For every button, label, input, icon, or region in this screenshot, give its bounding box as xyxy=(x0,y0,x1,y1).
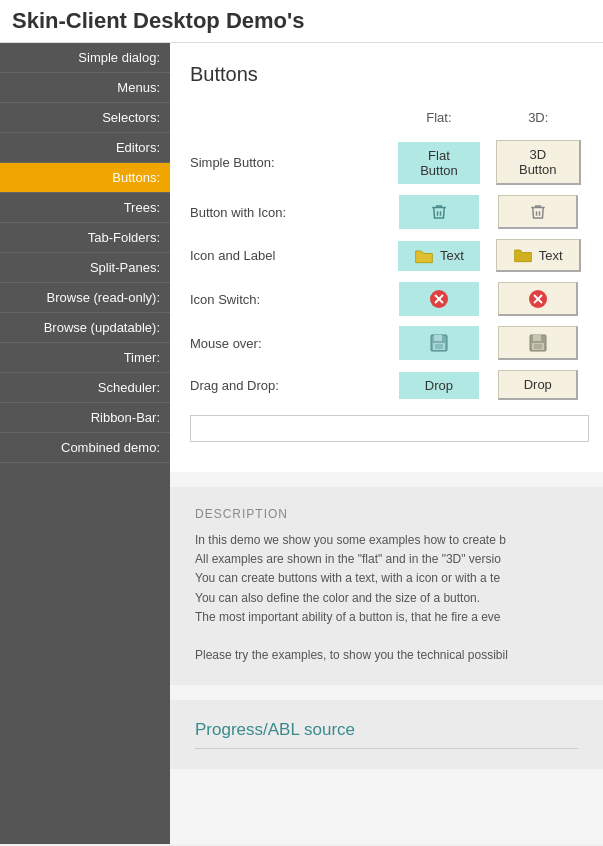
folder-icon-3d xyxy=(513,246,533,264)
sidebar-item-label: Selectors: xyxy=(102,110,160,125)
sidebar-item-scheduler[interactable]: Scheduler: xyxy=(0,373,170,403)
desc-line-6: Please try the examples, to show you the… xyxy=(195,646,578,665)
sidebar-item-label: Menus: xyxy=(117,80,160,95)
floppy-icon-3d xyxy=(529,334,547,352)
sidebar-item-label: Split-Panes: xyxy=(90,260,160,275)
app-header: Skin-Client Desktop Demo's xyxy=(0,0,603,43)
row-label-button-with-icon: Button with Icon: xyxy=(190,197,390,228)
trash-icon-3d xyxy=(529,202,547,222)
icon-switch-flat[interactable] xyxy=(399,282,479,316)
desc-line-4: You can also define the color and the si… xyxy=(195,589,578,608)
col-empty-header xyxy=(190,114,390,128)
buttons-grid: Flat: 3D: Simple Button: Flat Button 3D … xyxy=(190,106,583,442)
main-layout: Simple dialog: Menus: Selectors: Editors… xyxy=(0,43,603,844)
sidebar-item-trees[interactable]: Trees: xyxy=(0,193,170,223)
sidebar-item-menus[interactable]: Menus: xyxy=(0,73,170,103)
mouse-over-flat[interactable] xyxy=(399,326,479,360)
sidebar-item-ribbon-bar[interactable]: Ribbon-Bar: xyxy=(0,403,170,433)
drag-drop-3d-cell: Drop xyxy=(488,365,589,405)
main-content: Buttons Flat: 3D: Simple Button: Flat Bu… xyxy=(170,43,603,844)
sidebar-item-label: Combined demo: xyxy=(61,440,160,455)
desc-line-2: All examples are shown in the "flat" and… xyxy=(195,550,578,569)
svg-rect-11 xyxy=(533,335,541,341)
sidebar-item-split-panes[interactable]: Split-Panes: xyxy=(0,253,170,283)
source-title: Progress/ABL source xyxy=(195,720,578,749)
simple-button-3d-cell: 3D Button xyxy=(488,135,589,190)
mouse-over-3d-cell xyxy=(488,321,589,365)
col-3d-header: 3D: xyxy=(488,106,589,135)
sidebar-item-selectors[interactable]: Selectors: xyxy=(0,103,170,133)
drag-drop-flat-cell: Drop xyxy=(390,367,488,404)
sidebar-item-timer[interactable]: Timer: xyxy=(0,343,170,373)
row-label-mouse-over: Mouse over: xyxy=(190,328,390,359)
trash-icon xyxy=(430,202,448,222)
description-text: In this demo we show you some examples h… xyxy=(195,531,578,665)
sidebar-item-label: Buttons: xyxy=(112,170,160,185)
sidebar-item-label: Trees: xyxy=(124,200,160,215)
row-label-icon-and-label: Icon and Label xyxy=(190,240,390,271)
mouse-over-3d[interactable] xyxy=(498,326,578,360)
row-label-icon-switch: Icon Switch: xyxy=(190,284,390,315)
icon-switch-flat-cell xyxy=(390,277,488,321)
sidebar-item-label: Scheduler: xyxy=(98,380,160,395)
button-with-icon-flat-cell xyxy=(390,190,488,234)
sidebar-item-simple-dialog[interactable]: Simple dialog: xyxy=(0,43,170,73)
sidebar-item-tab-folders[interactable]: Tab-Folders: xyxy=(0,223,170,253)
source-box: Progress/ABL source xyxy=(170,700,603,769)
sidebar-item-label: Browse (read-only): xyxy=(47,290,160,305)
close-icon-3d xyxy=(528,289,548,309)
col-flat-header: Flat: xyxy=(390,106,488,135)
simple-button-flat-cell: Flat Button xyxy=(390,137,488,189)
description-title: DESCRIPTION xyxy=(195,507,578,521)
icon-label-flat-text: Text xyxy=(440,248,464,263)
sidebar-item-label: Browse (updatable): xyxy=(44,320,160,335)
text-input[interactable] xyxy=(190,415,589,442)
close-icon-flat xyxy=(429,289,449,309)
desc-line-5: The most important ability of a button i… xyxy=(195,608,578,627)
button-with-icon-3d-cell xyxy=(488,190,589,234)
folder-icon-flat xyxy=(414,247,434,265)
app-title: Skin-Client Desktop Demo's xyxy=(12,8,305,33)
icon-and-label-3d-cell: Text xyxy=(488,234,589,277)
mouse-over-flat-cell xyxy=(390,321,488,365)
button-with-icon-flat[interactable] xyxy=(399,195,479,229)
row-label-drag-drop: Drag and Drop: xyxy=(190,370,390,401)
svg-rect-7 xyxy=(434,335,442,341)
desc-line-3: You can create buttons with a text, with… xyxy=(195,569,578,588)
panel-title: Buttons xyxy=(190,63,583,86)
sidebar-item-buttons[interactable]: Buttons: xyxy=(0,163,170,193)
icon-and-label-3d[interactable]: Text xyxy=(496,239,581,272)
desc-line-1: In this demo we show you some examples h… xyxy=(195,531,578,550)
sidebar: Simple dialog: Menus: Selectors: Editors… xyxy=(0,43,170,844)
icon-switch-3d[interactable] xyxy=(498,282,578,316)
sidebar-item-label: Ribbon-Bar: xyxy=(91,410,160,425)
sidebar-item-editors[interactable]: Editors: xyxy=(0,133,170,163)
sidebar-item-label: Simple dialog: xyxy=(78,50,160,65)
simple-button-3d[interactable]: 3D Button xyxy=(496,140,581,185)
button-with-icon-3d[interactable] xyxy=(498,195,578,229)
text-input-row xyxy=(190,405,589,442)
sidebar-item-browse-updatable[interactable]: Browse (updatable): xyxy=(0,313,170,343)
sidebar-item-browse-readonly[interactable]: Browse (read-only): xyxy=(0,283,170,313)
icon-and-label-flat[interactable]: Text xyxy=(398,241,480,271)
svg-rect-9 xyxy=(435,344,443,349)
simple-button-flat[interactable]: Flat Button xyxy=(398,142,480,184)
icon-label-3d-text: Text xyxy=(539,248,563,263)
sidebar-item-label: Tab-Folders: xyxy=(88,230,160,245)
drag-drop-flat[interactable]: Drop xyxy=(399,372,479,399)
description-box: DESCRIPTION In this demo we show you som… xyxy=(170,487,603,685)
icon-switch-3d-cell xyxy=(488,277,589,321)
row-label-simple-button: Simple Button: xyxy=(190,147,390,178)
drag-drop-3d[interactable]: Drop xyxy=(498,370,578,400)
sidebar-item-label: Editors: xyxy=(116,140,160,155)
buttons-panel: Buttons Flat: 3D: Simple Button: Flat Bu… xyxy=(170,43,603,472)
floppy-icon-flat xyxy=(430,334,448,352)
svg-rect-13 xyxy=(534,344,542,349)
icon-and-label-flat-cell: Text xyxy=(390,236,488,276)
sidebar-item-combined-demo[interactable]: Combined demo: xyxy=(0,433,170,463)
sidebar-item-label: Timer: xyxy=(124,350,160,365)
